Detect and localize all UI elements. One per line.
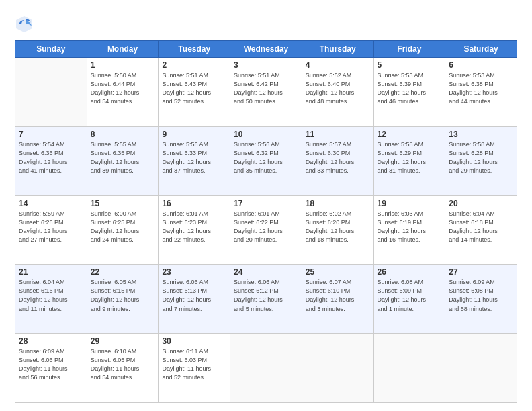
day-info: Sunrise: 5:59 AMSunset: 6:26 PMDaylight:… bbox=[19, 210, 83, 244]
day-number: 15 bbox=[91, 199, 155, 208]
logo-icon bbox=[15, 15, 34, 34]
calendar-week-row: 1Sunrise: 5:50 AMSunset: 6:44 PMDaylight… bbox=[15, 58, 517, 127]
day-number: 11 bbox=[306, 130, 370, 139]
page: SundayMondayTuesdayWednesdayThursdayFrid… bbox=[0, 0, 532, 411]
day-number: 13 bbox=[449, 130, 513, 139]
day-number: 4 bbox=[306, 60, 370, 70]
day-info: Sunrise: 6:01 AMSunset: 6:22 PMDaylight:… bbox=[234, 210, 298, 244]
calendar-cell: 14Sunrise: 5:59 AMSunset: 6:26 PMDayligh… bbox=[15, 195, 87, 265]
day-number: 20 bbox=[449, 199, 513, 208]
day-number: 10 bbox=[234, 130, 298, 139]
calendar-cell bbox=[373, 334, 445, 403]
day-info: Sunrise: 5:57 AMSunset: 6:30 PMDaylight:… bbox=[306, 140, 370, 175]
day-info: Sunrise: 5:56 AMSunset: 6:33 PMDaylight:… bbox=[162, 140, 226, 175]
calendar-cell: 2Sunrise: 5:51 AMSunset: 6:43 PMDaylight… bbox=[159, 58, 230, 127]
day-number: 12 bbox=[378, 130, 442, 139]
calendar-cell: 17Sunrise: 6:01 AMSunset: 6:22 PMDayligh… bbox=[230, 195, 302, 265]
calendar-cell: 4Sunrise: 5:52 AMSunset: 6:40 PMDaylight… bbox=[302, 58, 373, 127]
day-number: 3 bbox=[234, 60, 298, 70]
calendar-cell bbox=[302, 334, 373, 403]
day-info: Sunrise: 5:50 AMSunset: 6:44 PMDaylight:… bbox=[91, 71, 155, 106]
weekday-header: Tuesday bbox=[159, 41, 230, 58]
calendar-cell: 11Sunrise: 5:57 AMSunset: 6:30 PMDayligh… bbox=[302, 126, 373, 195]
day-number: 25 bbox=[306, 267, 370, 277]
day-info: Sunrise: 5:53 AMSunset: 6:38 PMDaylight:… bbox=[449, 71, 513, 106]
day-number: 19 bbox=[378, 199, 442, 208]
weekday-header: Friday bbox=[373, 41, 445, 58]
day-info: Sunrise: 6:10 AMSunset: 6:05 PMDaylight:… bbox=[91, 347, 155, 382]
day-number: 6 bbox=[449, 60, 513, 70]
calendar-cell: 23Sunrise: 6:06 AMSunset: 6:13 PMDayligh… bbox=[159, 265, 230, 334]
weekday-header: Monday bbox=[87, 41, 159, 58]
calendar-cell: 26Sunrise: 6:08 AMSunset: 6:09 PMDayligh… bbox=[373, 265, 445, 334]
day-number: 16 bbox=[162, 199, 226, 208]
day-number: 23 bbox=[162, 267, 226, 277]
day-number: 30 bbox=[162, 336, 226, 346]
calendar-cell: 28Sunrise: 6:09 AMSunset: 6:06 PMDayligh… bbox=[15, 334, 87, 403]
calendar-cell: 6Sunrise: 5:53 AMSunset: 6:38 PMDaylight… bbox=[445, 58, 517, 127]
day-info: Sunrise: 6:04 AMSunset: 6:18 PMDaylight:… bbox=[449, 210, 513, 244]
day-number: 1 bbox=[91, 60, 155, 70]
calendar-cell: 30Sunrise: 6:11 AMSunset: 6:03 PMDayligh… bbox=[159, 334, 230, 403]
weekday-header-row: SundayMondayTuesdayWednesdayThursdayFrid… bbox=[15, 41, 517, 58]
calendar-cell: 27Sunrise: 6:09 AMSunset: 6:08 PMDayligh… bbox=[445, 265, 517, 334]
calendar-cell: 29Sunrise: 6:10 AMSunset: 6:05 PMDayligh… bbox=[87, 334, 159, 403]
calendar-cell: 21Sunrise: 6:04 AMSunset: 6:16 PMDayligh… bbox=[15, 265, 87, 334]
day-info: Sunrise: 5:56 AMSunset: 6:32 PMDaylight:… bbox=[234, 140, 298, 175]
day-info: Sunrise: 6:11 AMSunset: 6:03 PMDaylight:… bbox=[162, 347, 226, 382]
calendar-cell: 19Sunrise: 6:03 AMSunset: 6:19 PMDayligh… bbox=[373, 195, 445, 265]
calendar-cell bbox=[230, 334, 302, 403]
calendar-week-row: 14Sunrise: 5:59 AMSunset: 6:26 PMDayligh… bbox=[15, 195, 517, 265]
day-number: 28 bbox=[19, 336, 83, 346]
calendar-week-row: 28Sunrise: 6:09 AMSunset: 6:06 PMDayligh… bbox=[15, 334, 517, 403]
day-number: 5 bbox=[378, 60, 442, 70]
day-number: 17 bbox=[234, 199, 298, 208]
calendar-cell: 13Sunrise: 5:58 AMSunset: 6:28 PMDayligh… bbox=[445, 126, 517, 195]
weekday-header: Saturday bbox=[445, 41, 517, 58]
day-number: 18 bbox=[306, 199, 370, 208]
day-number: 2 bbox=[162, 60, 226, 70]
day-number: 24 bbox=[234, 267, 298, 277]
calendar-cell: 20Sunrise: 6:04 AMSunset: 6:18 PMDayligh… bbox=[445, 195, 517, 265]
calendar-cell: 3Sunrise: 5:51 AMSunset: 6:42 PMDaylight… bbox=[230, 58, 302, 127]
calendar-cell: 12Sunrise: 5:58 AMSunset: 6:29 PMDayligh… bbox=[373, 126, 445, 195]
calendar-cell: 9Sunrise: 5:56 AMSunset: 6:33 PMDaylight… bbox=[159, 126, 230, 195]
day-info: Sunrise: 5:53 AMSunset: 6:39 PMDaylight:… bbox=[378, 71, 442, 106]
day-number: 7 bbox=[19, 130, 83, 139]
day-info: Sunrise: 5:52 AMSunset: 6:40 PMDaylight:… bbox=[306, 71, 370, 106]
day-number: 29 bbox=[91, 336, 155, 346]
header bbox=[15, 12, 517, 34]
day-info: Sunrise: 6:08 AMSunset: 6:09 PMDaylight:… bbox=[378, 278, 442, 313]
day-info: Sunrise: 6:00 AMSunset: 6:25 PMDaylight:… bbox=[91, 210, 155, 244]
calendar-cell: 5Sunrise: 5:53 AMSunset: 6:39 PMDaylight… bbox=[373, 58, 445, 127]
day-info: Sunrise: 5:51 AMSunset: 6:43 PMDaylight:… bbox=[162, 71, 226, 106]
day-info: Sunrise: 5:51 AMSunset: 6:42 PMDaylight:… bbox=[234, 71, 298, 106]
day-info: Sunrise: 6:05 AMSunset: 6:15 PMDaylight:… bbox=[91, 278, 155, 313]
calendar-table: SundayMondayTuesdayWednesdayThursdayFrid… bbox=[15, 40, 517, 403]
calendar-cell: 1Sunrise: 5:50 AMSunset: 6:44 PMDaylight… bbox=[87, 58, 159, 127]
day-number: 9 bbox=[162, 130, 226, 139]
day-number: 27 bbox=[449, 267, 513, 277]
day-info: Sunrise: 6:07 AMSunset: 6:10 PMDaylight:… bbox=[306, 278, 370, 313]
weekday-header: Wednesday bbox=[230, 41, 302, 58]
calendar-cell: 16Sunrise: 6:01 AMSunset: 6:23 PMDayligh… bbox=[159, 195, 230, 265]
weekday-header: Sunday bbox=[15, 41, 87, 58]
day-info: Sunrise: 5:54 AMSunset: 6:36 PMDaylight:… bbox=[19, 140, 83, 175]
day-info: Sunrise: 6:04 AMSunset: 6:16 PMDaylight:… bbox=[19, 278, 83, 313]
calendar-cell: 22Sunrise: 6:05 AMSunset: 6:15 PMDayligh… bbox=[87, 265, 159, 334]
day-info: Sunrise: 6:09 AMSunset: 6:06 PMDaylight:… bbox=[19, 347, 83, 382]
calendar-cell bbox=[15, 58, 87, 127]
day-number: 22 bbox=[91, 267, 155, 277]
weekday-header: Thursday bbox=[302, 41, 373, 58]
day-number: 8 bbox=[91, 130, 155, 139]
day-info: Sunrise: 6:09 AMSunset: 6:08 PMDaylight:… bbox=[449, 278, 513, 313]
calendar-cell: 25Sunrise: 6:07 AMSunset: 6:10 PMDayligh… bbox=[302, 265, 373, 334]
calendar-cell: 7Sunrise: 5:54 AMSunset: 6:36 PMDaylight… bbox=[15, 126, 87, 195]
calendar-cell bbox=[445, 334, 517, 403]
day-info: Sunrise: 5:55 AMSunset: 6:35 PMDaylight:… bbox=[91, 140, 155, 175]
calendar-cell: 15Sunrise: 6:00 AMSunset: 6:25 PMDayligh… bbox=[87, 195, 159, 265]
day-number: 14 bbox=[19, 199, 83, 208]
logo bbox=[15, 15, 36, 34]
day-info: Sunrise: 5:58 AMSunset: 6:29 PMDaylight:… bbox=[378, 140, 442, 175]
day-info: Sunrise: 6:06 AMSunset: 6:13 PMDaylight:… bbox=[162, 278, 226, 313]
